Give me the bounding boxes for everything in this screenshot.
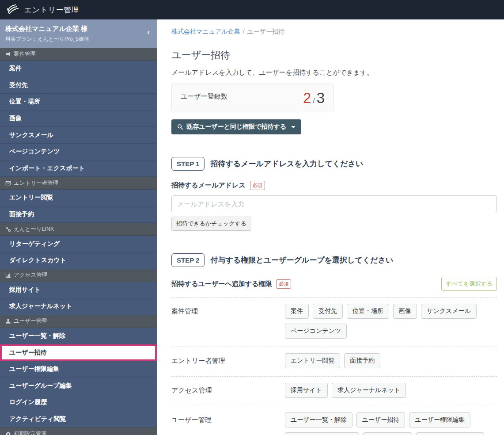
- link-icon: [5, 226, 11, 232]
- invite-same-permission-label: 既存ユーザーと同じ権限で招待する: [186, 123, 286, 131]
- registration-count-max: 3: [317, 90, 325, 107]
- permission-groups: 案件管理案件受付先位置・場所画像サンクスメールページコンテンツエントリー者管理エ…: [171, 298, 497, 435]
- permission-option-button[interactable]: ユーザー一覧・解除: [285, 412, 352, 427]
- permission-group-row: エントリー者管理エントリー閲覧面接予約: [171, 347, 497, 377]
- sidebar-item[interactable]: 案件: [0, 61, 157, 77]
- sidebar-item[interactable]: 求人ジャーナルネット: [0, 298, 157, 315]
- permission-group-row: アクセス管理採用サイト求人ジャーナルネット: [171, 377, 497, 406]
- invite-same-permission-button[interactable]: 既存ユーザーと同じ権限で招待する: [171, 119, 301, 134]
- search-icon: [177, 124, 183, 130]
- top-bar: エントリー管理: [0, 0, 504, 19]
- select-all-button[interactable]: すべてを選択する: [441, 277, 497, 291]
- required-badge: 必須: [276, 279, 291, 289]
- sidebar-item[interactable]: インポート・エクスポート: [0, 160, 157, 177]
- breadcrumb-separator: /: [243, 28, 245, 35]
- breadcrumb: 株式会社マニュアル企業/ユーザー招待: [171, 28, 497, 36]
- sidebar-item[interactable]: 受付先: [0, 77, 157, 94]
- company-name: 株式会社マニュアル企業 様: [5, 25, 150, 33]
- permission-option-button[interactable]: ユーザーグループ編集: [285, 432, 359, 435]
- chart-icon: [5, 272, 11, 278]
- step1-header: STEP 1 招待するメールアドレスを入力してください: [171, 157, 497, 171]
- page-title: ユーザー招待: [171, 49, 497, 62]
- sidebar-item[interactable]: サンクスメール: [0, 127, 157, 144]
- sidebar-company-block: 株式会社マニュアル企業 様 料金プラン：えんと〜りPro_5媒体 ‹: [0, 19, 157, 48]
- sidebar-item[interactable]: リターゲティング: [0, 236, 157, 252]
- breadcrumb-company-link[interactable]: 株式会社マニュアル企業: [171, 28, 240, 35]
- permission-option-button[interactable]: サンクスメール: [421, 304, 477, 319]
- sidebar-item[interactable]: ログイン履歴: [0, 394, 157, 411]
- sidebar-section-header: エントリー者管理: [0, 177, 157, 190]
- sidebar-section-header: アクセス管理: [0, 269, 157, 282]
- user-icon: [5, 318, 11, 324]
- sidebar-section-label: 初期設定管理: [14, 430, 47, 435]
- app-logo-icon: [6, 4, 20, 16]
- step1-badge: STEP 1: [171, 157, 205, 171]
- permission-group-row: 案件管理案件受付先位置・場所画像サンクスメールページコンテンツ: [171, 298, 497, 347]
- permission-option-button[interactable]: ユーザー招待: [356, 412, 405, 427]
- sidebar-section-header: 初期設定管理: [0, 427, 157, 435]
- permission-label-row: 招待するユーザーへ追加する権限 必須 すべてを選択する: [171, 277, 497, 298]
- permission-group-label: アクセス管理: [171, 383, 285, 398]
- permission-option-button[interactable]: 採用サイト: [285, 383, 328, 398]
- step1-heading: 招待するメールアドレスを入力してください: [210, 159, 363, 169]
- registration-count-separator: /: [313, 97, 315, 104]
- sidebar-nav: 案件管理案件受付先位置・場所画像サンクスメールページコンテンツインポート・エクス…: [0, 48, 157, 435]
- sidebar-item[interactable]: 面接予約: [0, 206, 157, 223]
- sidebar-item[interactable]: ユーザー招待: [0, 344, 157, 361]
- registration-count-current: 2: [303, 90, 311, 107]
- main-content: 株式会社マニュアル企業/ユーザー招待 ユーザー招待 メールアドレスを入力して、ユ…: [157, 19, 504, 435]
- email-input[interactable]: [171, 195, 497, 212]
- permission-option-button[interactable]: エントリー閲覧: [285, 353, 340, 368]
- required-badge: 必須: [250, 181, 265, 190]
- permission-option-button[interactable]: 求人ジャーナルネット: [332, 383, 406, 398]
- sidebar-item[interactable]: アクティビティ閲覧: [0, 411, 157, 428]
- permission-option-list: ユーザー一覧・解除ユーザー招待ユーザー権限編集ユーザーグループ編集ログイン履歴ア…: [285, 412, 497, 435]
- permission-option-button[interactable]: 案件: [285, 304, 309, 319]
- permission-option-button[interactable]: ページコンテンツ: [285, 324, 347, 339]
- step2-heading: 付与する権限とユーザーグループを選択してください: [210, 255, 393, 265]
- permission-option-button[interactable]: アクティビティ閲覧: [416, 432, 484, 435]
- permission-group-label: 案件管理: [171, 304, 285, 339]
- permission-group-row: ユーザー管理ユーザー一覧・解除ユーザー招待ユーザー権限編集ユーザーグループ編集ロ…: [171, 406, 497, 435]
- sidebar-section-header: ユーザー管理: [0, 315, 157, 328]
- permission-option-button[interactable]: 画像: [393, 304, 417, 319]
- permission-option-button[interactable]: ログイン履歴: [363, 432, 412, 435]
- sidebar-item[interactable]: ユーザーグループ編集: [0, 378, 157, 395]
- sidebar-section-label: ユーザー管理: [14, 317, 47, 325]
- sidebar-item[interactable]: ページコンテンツ: [0, 144, 157, 160]
- gear-icon: [5, 431, 11, 435]
- chevron-down-icon: [291, 126, 296, 128]
- sidebar-section-header: 案件管理: [0, 48, 157, 61]
- sidebar: 株式会社マニュアル企業 様 料金プラン：えんと〜りPro_5媒体 ‹ 案件管理案…: [0, 19, 157, 435]
- permission-option-button[interactable]: 面接予約: [344, 353, 380, 368]
- sidebar-section-header: えんと〜りLINK: [0, 223, 157, 236]
- check-invitable-button[interactable]: 招待できるかチェックする: [171, 217, 251, 231]
- page-description: メールアドレスを入力して、ユーザーを招待することができます。: [171, 69, 497, 77]
- email-label: 招待するメールアドレス: [171, 181, 246, 190]
- step2-header: STEP 2 付与する権限とユーザーグループを選択してください: [171, 253, 497, 267]
- permission-option-button[interactable]: 受付先: [313, 304, 343, 319]
- registration-count-value: 2 / 3: [303, 90, 325, 107]
- collapse-sidebar-icon[interactable]: ‹: [147, 28, 150, 36]
- permission-option-button[interactable]: ユーザー権限編集: [409, 412, 470, 427]
- sidebar-item[interactable]: 採用サイト: [0, 282, 157, 299]
- sidebar-section-label: アクセス管理: [14, 271, 47, 279]
- permission-label: 招待するユーザーへ追加する権限: [171, 280, 272, 288]
- sidebar-item[interactable]: ダイレクトスカウト: [0, 252, 157, 269]
- permission-option-list: 案件受付先位置・場所画像サンクスメールページコンテンツ: [285, 304, 497, 339]
- breadcrumb-current: ユーザー招待: [247, 28, 285, 35]
- permission-option-button[interactable]: 位置・場所: [347, 304, 389, 319]
- step2-badge: STEP 2: [171, 253, 205, 267]
- registration-count-label: ユーザー登録数: [181, 90, 227, 107]
- sidebar-item[interactable]: エントリー閲覧: [0, 190, 157, 206]
- sidebar-item[interactable]: ユーザー権限編集: [0, 361, 157, 378]
- sidebar-item[interactable]: 画像: [0, 111, 157, 127]
- company-plan: 料金プラン：えんと〜りPro_5媒体: [5, 35, 150, 43]
- permission-group-label: エントリー者管理: [171, 353, 285, 368]
- sidebar-item[interactable]: ユーザー一覧・解除: [0, 328, 157, 345]
- permission-group-label: ユーザー管理: [171, 412, 285, 435]
- permission-option-list: 採用サイト求人ジャーナルネット: [285, 383, 497, 398]
- email-label-row: 招待するメールアドレス 必須: [171, 181, 497, 190]
- sidebar-item[interactable]: 位置・場所: [0, 94, 157, 111]
- sidebar-section-label: えんと〜りLINK: [14, 225, 54, 233]
